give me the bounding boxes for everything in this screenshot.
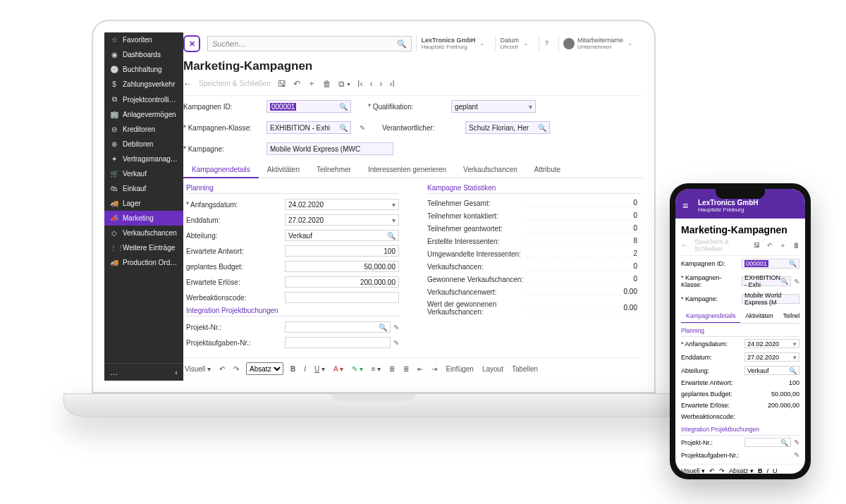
select-qualifikation[interactable]: geplant ▾ — [451, 100, 536, 113]
input-kampagnen-id[interactable]: 000001 🔍 — [266, 100, 351, 113]
tab-1[interactable]: Aktivitäten — [259, 162, 308, 178]
back-button[interactable]: ← — [681, 242, 687, 249]
rte-undo[interactable]: ↶ — [218, 365, 226, 373]
rte-italic[interactable]: I — [302, 365, 307, 373]
input-kampagne[interactable]: Mobile World Express (MWC — [266, 142, 393, 155]
undo-button[interactable]: ↶ — [767, 242, 773, 249]
rte-highlight[interactable]: ✎ ▾ — [350, 365, 364, 373]
sidebar-item-14[interactable]: ⋮⋮Weitere Einträge — [104, 240, 183, 255]
input-kampagne[interactable]: Mobile World Express (M — [742, 294, 799, 304]
input-projekt[interactable]: 🔍 — [744, 438, 791, 447]
input-werbecode[interactable] — [285, 292, 399, 303]
rte-paragraph-select[interactable]: Absatz — [246, 362, 283, 375]
delete-button[interactable]: 🗑 — [793, 242, 799, 249]
input-projekt[interactable]: 🔍 — [285, 321, 391, 333]
save-close-button[interactable]: Speichern & Schließen — [199, 80, 271, 87]
input-erloese[interactable]: 200,000.00 — [285, 276, 399, 288]
nav-first-button[interactable]: I‹ — [357, 79, 362, 89]
sidebar-item-9[interactable]: 🛒Verkauf — [104, 166, 183, 181]
datetime[interactable]: Datum Uhrzeit ⌄ — [495, 36, 534, 51]
phone-tab-0[interactable]: Kampagnendetails — [681, 309, 740, 324]
rte-tables[interactable]: Tabellen — [510, 365, 539, 373]
rte-underline[interactable]: U ▾ — [313, 365, 326, 373]
add-button[interactable]: ＋ — [780, 241, 786, 250]
tab-3[interactable]: Interessenten generieren — [360, 162, 455, 178]
rte-undo[interactable]: ↶ — [709, 467, 715, 474]
hamburger-icon[interactable] — [682, 200, 692, 211]
tab-2[interactable]: Teilnehmer — [308, 162, 360, 178]
tab-0[interactable]: Kampagnendetails — [183, 162, 259, 178]
rte-visuell[interactable]: Visuell ▾ — [681, 467, 705, 474]
edit-icon[interactable]: ✎ — [360, 124, 365, 132]
help-button[interactable]: ？ — [539, 36, 554, 51]
undo-button[interactable]: ↶ — [293, 79, 300, 89]
back-button[interactable]: ← — [183, 79, 192, 89]
edit-icon[interactable]: ✎ — [393, 339, 399, 347]
input-ende[interactable]: 27.02.2020▾ — [285, 214, 399, 226]
sidebar-item-7[interactable]: ⊕Debitoren — [104, 137, 183, 152]
input-ende[interactable]: 27.02.2020▾ — [744, 352, 799, 362]
edit-icon[interactable]: ✎ — [794, 278, 799, 285]
rte-bold[interactable]: B — [758, 467, 763, 474]
add-button[interactable]: ＋ — [307, 78, 316, 90]
rte-outdent[interactable]: ⇤ — [416, 365, 424, 373]
phone-tab-1[interactable]: Aktivitäten — [740, 309, 778, 323]
sidebar-item-0[interactable]: ☆Favoriten — [104, 32, 183, 47]
user-menu[interactable]: Mitarbeitername Unternehmen ⌄ — [558, 36, 639, 51]
save-icon[interactable]: 🖫 — [278, 79, 286, 89]
sidebar-item-11[interactable]: 🚚Lager — [104, 196, 183, 211]
sidebar-more[interactable]: … — [110, 368, 118, 376]
rte-indent[interactable]: ⇥ — [430, 365, 439, 373]
input-anfang[interactable]: 24.02.2020▾ — [744, 339, 799, 348]
delete-button[interactable]: 🗑 — [323, 79, 331, 89]
input-budget[interactable]: 50,000.00 — [285, 261, 399, 272]
sidebar-item-15[interactable]: 🚚Production Ord… — [104, 255, 183, 270]
sidebar-item-12[interactable]: 📣Marketing — [104, 211, 183, 226]
input-aufgaben[interactable] — [285, 337, 391, 348]
input-abteilung[interactable]: Verkauf🔍 — [285, 230, 399, 241]
edit-icon[interactable]: ✎ — [794, 451, 799, 459]
input-klasse[interactable]: EXHIBITION - Exhi 🔍 — [266, 121, 351, 134]
rte-paragraph-select[interactable]: Absatz ▾ — [729, 467, 754, 474]
input-erw-antwort[interactable]: 100 — [285, 245, 399, 257]
rte-redo[interactable]: ↷ — [232, 365, 240, 373]
save-close-button[interactable]: Speichern & Schließen — [694, 238, 747, 252]
rte-underline[interactable]: U — [773, 467, 778, 474]
rte-list-ul[interactable]: ≣ — [388, 365, 396, 373]
sidebar-item-2[interactable]: 🕘Buchhaltung — [104, 62, 183, 77]
sidebar-item-4[interactable]: ⧉Projektcontrolli… — [104, 92, 183, 107]
rte-list-ol[interactable]: ≣ — [402, 365, 410, 373]
edit-icon[interactable]: ✎ — [794, 438, 799, 446]
copy-button[interactable]: ⧉ ▾ — [338, 79, 350, 89]
search-input[interactable]: Suchen… 🔍 — [207, 36, 412, 51]
sidebar-item-3[interactable]: $Zahlungsverkehr — [104, 77, 183, 92]
input-abteilung[interactable]: Verkauf🔍 — [744, 366, 799, 375]
rte-redo[interactable]: ↷ — [719, 467, 725, 474]
sidebar-item-5[interactable]: 🏢Anlagevermögen — [104, 107, 183, 122]
tab-5[interactable]: Attribute — [526, 162, 569, 178]
sidebar-item-13[interactable]: ◇Verkaufschancen — [104, 226, 183, 240]
rte-align[interactable]: ≡ ▾ — [370, 365, 383, 373]
nav-prev-button[interactable]: ‹ — [369, 79, 372, 89]
edit-icon[interactable]: ✎ — [393, 324, 399, 331]
input-anfang[interactable]: 24.02.2020▾ — [285, 199, 399, 210]
input-klasse[interactable]: EXHIBITION - Exhi🔍 — [742, 276, 791, 286]
sidebar-item-6[interactable]: ⊖Kreditoren — [104, 122, 183, 137]
rte-bold[interactable]: B — [289, 365, 297, 373]
input-verantwortlicher[interactable]: Schulz Florian, Her 🔍 — [465, 121, 550, 134]
rte-color[interactable]: A ▾ — [332, 365, 345, 373]
phone-tab-2[interactable]: Teilnehmer — [778, 309, 799, 323]
rte-insert[interactable]: Einfügen — [444, 365, 474, 373]
sidebar-item-10[interactable]: 🛍Einkauf — [104, 181, 183, 196]
nav-next-button[interactable]: › — [379, 79, 382, 89]
app-logo[interactable]: ✕ — [183, 35, 200, 52]
nav-last-button[interactable]: ›I — [389, 79, 394, 89]
tab-4[interactable]: Verkaufschancen — [455, 162, 526, 178]
sidebar-item-8[interactable]: ✦Vertragsmanag… — [104, 152, 183, 166]
rte-italic[interactable]: I — [766, 467, 768, 474]
input-kampagnen-id[interactable]: 000001🔍 — [742, 259, 799, 269]
sidebar-collapse[interactable]: ‹ — [175, 368, 178, 376]
sidebar-item-1[interactable]: ◉Dashboards — [104, 47, 183, 62]
org-switcher[interactable]: LexTronics GmbH Hauptsitz Freiburg ⌄ — [416, 36, 491, 51]
rte-layout[interactable]: Layout — [481, 365, 505, 373]
